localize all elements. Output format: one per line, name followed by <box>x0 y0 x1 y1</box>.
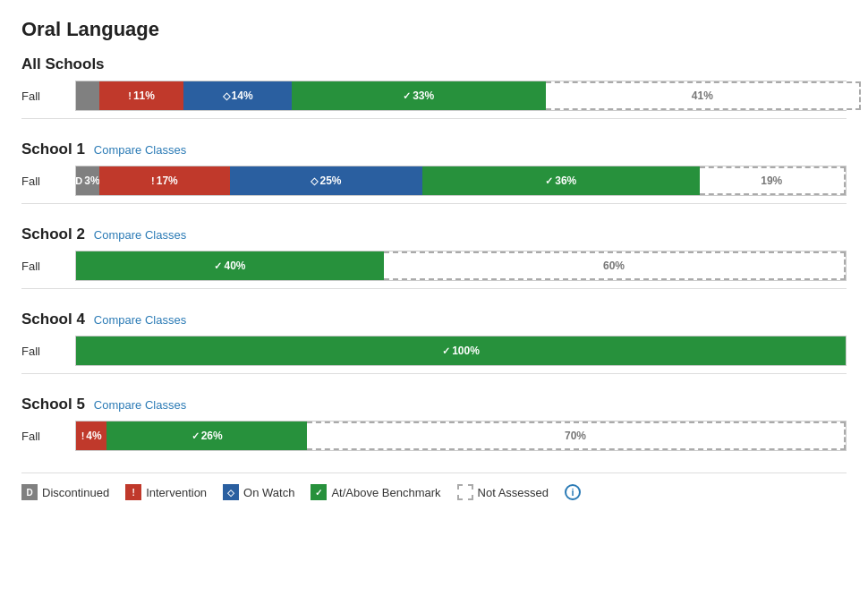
bar-segment-at-above-school-5-0-1: ✓ 26% <box>106 421 307 450</box>
segment-label: 33% <box>413 89 434 102</box>
segment-icon-on-watch: ◇ <box>311 175 318 187</box>
segment-icon-at-above: ✓ <box>403 90 411 102</box>
bar-segment-on-watch-school-1-0-2: ◇ 25% <box>230 166 422 195</box>
segment-label: 25% <box>319 175 341 187</box>
bar-container-school-2-0: ✓ 40%60% <box>75 251 847 281</box>
legend-icon-at-above: ✓ <box>311 484 327 500</box>
legend-item-on-watch: ◇On Watch <box>223 484 294 500</box>
bar-segment-discontinued-school-1-0-0: D 3% <box>76 166 99 195</box>
bar-segment-intervention-all-schools-0-1: ! 11% <box>99 81 184 110</box>
bar-segment-not-assessed-school-1-0-4: 19% <box>700 166 846 195</box>
legend: DDiscontinued!Intervention◇On Watch✓At/A… <box>21 473 847 500</box>
bar-row-school-5-0: Fall! 4%✓ 26%70% <box>21 421 847 451</box>
section-school-4: School 4Compare ClassesFall✓ 100% <box>21 311 847 374</box>
bar-segment-at-above-school-1-0-3: ✓ 36% <box>422 166 700 195</box>
bar-row-school-4-0: Fall✓ 100% <box>21 336 847 366</box>
section-title-school-2: School 2 <box>21 226 85 243</box>
segment-icon-intervention: ! <box>128 90 132 101</box>
segment-icon-at-above: ✓ <box>191 430 200 442</box>
compare-classes-link-school-5[interactable]: Compare Classes <box>94 398 186 412</box>
segment-label: 17% <box>157 175 178 187</box>
legend-label-on-watch: On Watch <box>243 486 294 499</box>
bar-segment-intervention-school-5-0-0: ! 4% <box>76 421 106 450</box>
segment-icon-at-above: ✓ <box>545 175 553 187</box>
legend-icon-on-watch: ◇ <box>223 484 239 500</box>
row-label-all-schools-0: Fall <box>21 89 75 103</box>
bar-segment-discontinued-all-schools-0-0 <box>76 81 99 110</box>
legend-icon-discontinued: D <box>21 484 38 500</box>
page-title: Oral Language <box>21 18 847 41</box>
legend-icon-intervention: ! <box>125 484 141 500</box>
segment-icon-discontinued: D <box>75 175 82 186</box>
segment-icon-at-above: ✓ <box>214 260 222 272</box>
section-all-schools: All SchoolsFall! 11%◇ 14%✓ 33%41% <box>21 55 847 119</box>
bar-container-all-schools-0: ! 11%◇ 14%✓ 33%41% <box>75 81 847 111</box>
bar-container-school-5-0: ! 4%✓ 26%70% <box>75 421 847 451</box>
segment-icon-at-above: ✓ <box>442 345 450 357</box>
section-divider <box>21 203 847 204</box>
section-title-school-1: School 1 <box>21 140 85 158</box>
bar-row-all-schools-0: Fall! 11%◇ 14%✓ 33%41% <box>21 81 847 111</box>
bar-container-school-1-0: D 3%! 17%◇ 25%✓ 36%19% <box>75 166 847 196</box>
compare-classes-link-school-1[interactable]: Compare Classes <box>94 143 186 157</box>
legend-label-not-assessed: Not Assessed <box>478 486 549 499</box>
segment-label: 14% <box>232 89 253 102</box>
bar-segment-at-above-school-2-0-0: ✓ 40% <box>76 251 384 280</box>
row-label-school-5-0: Fall <box>21 430 75 443</box>
legend-label-at-above: At/Above Benchmark <box>331 486 440 499</box>
section-title-school-4: School 4 <box>21 311 85 328</box>
segment-icon-intervention: ! <box>81 430 85 441</box>
legend-item-intervention: !Intervention <box>125 484 207 500</box>
bar-segment-on-watch-all-schools-0-2: ◇ 14% <box>183 81 291 110</box>
bar-segment-at-above-all-schools-0-3: ✓ 33% <box>292 81 546 110</box>
legend-icon-not-assessed <box>457 484 473 500</box>
segment-label: 3% <box>84 175 99 187</box>
segment-label: 19% <box>761 175 782 187</box>
legend-item-discontinued: DDiscontinued <box>21 484 109 500</box>
section-school-5: School 5Compare ClassesFall! 4%✓ 26%70% <box>21 396 847 451</box>
bar-segment-not-assessed-school-5-0-2: 70% <box>307 421 846 450</box>
segment-label: 70% <box>565 430 586 442</box>
segment-label: 60% <box>603 260 625 272</box>
bar-container-school-4-0: ✓ 100% <box>75 336 847 366</box>
section-divider <box>21 118 847 119</box>
bar-segment-at-above-school-4-0-0: ✓ 100% <box>76 336 846 365</box>
segment-label: 36% <box>555 175 576 187</box>
bar-row-school-2-0: Fall✓ 40%60% <box>21 251 847 281</box>
segment-label: 100% <box>452 345 480 357</box>
section-school-1: School 1Compare ClassesFallD 3%! 17%◇ 25… <box>21 140 847 204</box>
section-divider <box>21 288 847 289</box>
section-divider <box>21 373 847 374</box>
segment-icon-intervention: ! <box>151 175 155 186</box>
bar-row-school-1-0: FallD 3%! 17%◇ 25%✓ 36%19% <box>21 166 847 196</box>
bar-segment-not-assessed-all-schools-0-4: 41% <box>546 81 862 110</box>
legend-label-intervention: Intervention <box>146 486 207 499</box>
segment-icon-on-watch: ◇ <box>223 90 230 102</box>
segment-label: 41% <box>692 89 713 102</box>
section-school-2: School 2Compare ClassesFall✓ 40%60% <box>21 226 847 289</box>
segment-label: 40% <box>224 260 245 272</box>
legend-label-discontinued: Discontinued <box>42 486 109 499</box>
legend-item-not-assessed: Not Assessed <box>457 484 549 500</box>
compare-classes-link-school-4[interactable]: Compare Classes <box>94 313 186 327</box>
segment-label: 4% <box>86 430 101 442</box>
row-label-school-4-0: Fall <box>21 345 75 358</box>
row-label-school-2-0: Fall <box>21 260 75 273</box>
section-title-school-5: School 5 <box>21 396 85 413</box>
compare-classes-link-school-2[interactable]: Compare Classes <box>94 228 186 242</box>
section-title-all-schools: All Schools <box>21 55 105 73</box>
legend-item-at-above: ✓At/Above Benchmark <box>311 484 440 500</box>
bar-segment-intervention-school-1-0-1: ! 17% <box>99 166 230 195</box>
bar-segment-not-assessed-school-2-0-1: 60% <box>384 251 846 280</box>
row-label-school-1-0: Fall <box>21 175 75 188</box>
info-icon[interactable]: i <box>565 484 581 500</box>
segment-label: 26% <box>201 430 223 442</box>
segment-label: 11% <box>133 89 155 102</box>
